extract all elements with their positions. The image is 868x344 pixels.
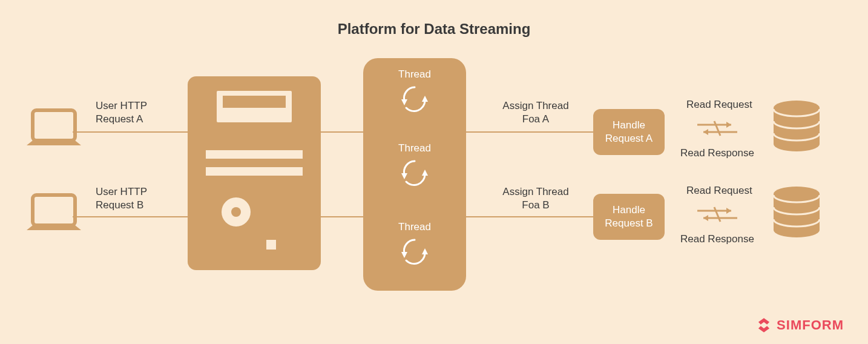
handle-label-a: Handle Request A [593, 119, 665, 145]
svg-rect-22 [266, 240, 276, 250]
database-icon-a [774, 101, 820, 151]
brand-logo-icon [756, 317, 772, 333]
diagram-svg [0, 0, 868, 344]
thread-label-1: Thread [363, 68, 466, 81]
thread-container [363, 58, 466, 291]
laptop-icon-a [27, 110, 81, 145]
bidir-arrow-b [697, 207, 737, 222]
thread-label-3: Thread [363, 220, 466, 234]
svg-rect-19 [206, 167, 303, 176]
laptop-icon-b [27, 195, 81, 230]
svg-point-21 [231, 207, 241, 217]
server-icon [188, 76, 321, 270]
brand-logo: SIMFORM [756, 317, 844, 333]
bidir-arrow-a [697, 121, 737, 136]
svg-rect-23 [363, 58, 466, 291]
brand-text: SIMFORM [777, 317, 844, 333]
svg-rect-18 [206, 150, 303, 159]
svg-rect-17 [223, 96, 286, 108]
handle-label-b: Handle Request B [593, 203, 665, 230]
database-icon-b [774, 187, 820, 237]
thread-label-2: Thread [363, 142, 466, 155]
